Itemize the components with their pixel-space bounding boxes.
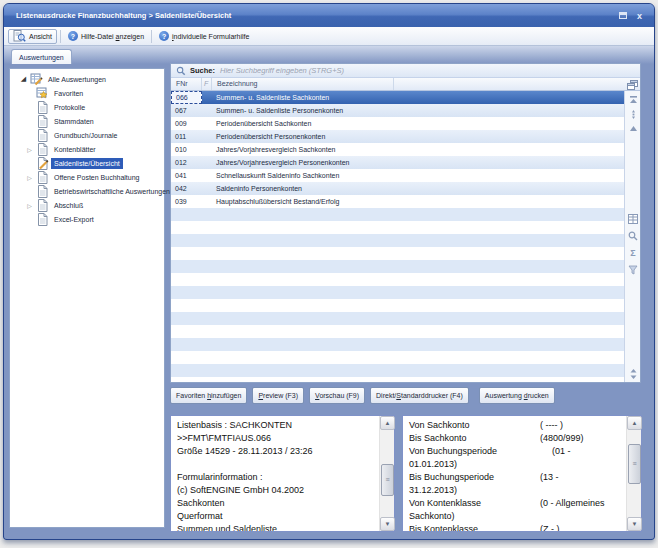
window-title: Listenausdrucke Finanzbuchhaltung > Sald… <box>16 11 231 20</box>
tree-item[interactable]: Favoriten <box>10 86 164 100</box>
tree-item[interactable]: Excel-Export <box>10 212 164 226</box>
cell-bezeichnung: Summen- u. Saldenliste Personenkonten <box>212 104 394 117</box>
expand-icon[interactable] <box>25 146 34 153</box>
scroll-top-icon[interactable] <box>627 94 639 106</box>
table-row[interactable]: 042 Saldeninfo Personenkonten <box>171 182 626 195</box>
cell-fnr: 010 <box>171 143 202 156</box>
individuelle-formularhilfe-button[interactable]: ? individuelle Formularhilfe <box>155 29 253 44</box>
search-bar[interactable]: Suche: Hier Suchbegriff eingeben (STRG+S… <box>171 64 640 78</box>
expand-icon[interactable] <box>25 202 34 209</box>
tree-item-label: Abschluß <box>51 200 86 211</box>
cell-fnr: 009 <box>171 117 202 130</box>
toolbar-separator <box>151 30 152 43</box>
help-icon: ? <box>68 31 78 41</box>
info-line: Formularinformation : <box>177 471 379 484</box>
expand-icon[interactable] <box>19 75 28 83</box>
tree-item-icon <box>36 199 49 212</box>
scroll-down-button[interactable]: ▼ <box>380 517 395 531</box>
cell-f <box>202 117 212 130</box>
close-button[interactable]: x <box>633 10 646 22</box>
tree-item-icon <box>36 157 49 170</box>
expand-icon[interactable] <box>25 174 34 181</box>
cell-empty <box>394 104 626 117</box>
tree-item[interactable]: Grundbuch/Journale <box>10 128 164 142</box>
scroll-up-button[interactable]: ▲ <box>627 416 642 430</box>
cell-f <box>202 195 212 208</box>
tree-item[interactable]: Offene Posten Buchhaltung <box>10 170 164 184</box>
cards-icon[interactable] <box>627 213 639 225</box>
ansicht-button[interactable]: Ansicht <box>8 29 57 44</box>
table-row[interactable]: 010 Jahres/Vorjahresvergleich Sachkonten <box>171 143 626 156</box>
parameter-line: Von Buchungsperiode (01 - <box>409 445 626 458</box>
tree-item[interactable]: Saldenliste/Übersicht <box>10 156 164 170</box>
tree-item-label: Kontenblätter <box>51 144 99 155</box>
tree-item-label: Stammdaten <box>51 116 97 127</box>
restore-icon <box>619 12 627 19</box>
tree-item-label: Saldenliste/Übersicht <box>51 158 123 169</box>
tree-item[interactable]: Betriebswirtschaftliche Auswertungen <box>10 184 164 198</box>
grid-side-strip: Σ <box>624 91 640 382</box>
action-button[interactable]: Preview (F3) <box>252 387 304 404</box>
app-window: Listenausdrucke Finanzbuchhaltung > Sald… <box>3 3 655 540</box>
scrollbar-thumb[interactable] <box>381 464 394 496</box>
table-row[interactable]: 067 Summen- u. Saldenliste Personenkonte… <box>171 104 626 117</box>
tree-item[interactable]: Alle Auswertungen <box>10 72 164 86</box>
tree-item-label: Grundbuch/Journale <box>51 130 120 141</box>
scroll-down-button[interactable]: ▼ <box>627 517 642 531</box>
hilfe-datei-anzeigen-button[interactable]: ? Hilfe-Datei anzeigen <box>64 29 148 44</box>
table-row[interactable]: 066 Summen- u. Saldenliste Sachkonten <box>171 91 626 104</box>
parameter-line: Von Sachkonto ( ---- ) <box>409 419 626 432</box>
column-header-fnr[interactable]: FNr <box>171 78 202 90</box>
parameter-label: Bis Kontenklasse <box>409 523 478 531</box>
tree-item[interactable]: Abschluß <box>10 198 164 212</box>
tree-item-icon <box>36 185 49 198</box>
form-info-scrollbar[interactable]: ▲ ▼ <box>379 416 394 531</box>
tree-panel: Alle Auswertungen Favoriten <box>9 68 165 528</box>
toolbar: Ansicht ? Hilfe-Datei anzeigen ? individ… <box>4 27 654 46</box>
table-row[interactable]: 039 Hauptabschlußübersicht Bestand/Erfol… <box>171 195 626 208</box>
action-button[interactable]: Auswertung drucken <box>479 387 555 404</box>
form-info-panel: Listenbasis : SACHKONTEN>>FMT\FMTFIAUS.0… <box>170 415 395 532</box>
parameter-value: (4800/999) <box>540 432 584 445</box>
parameter-line: Bis Sachkonto (4800/999) <box>409 432 626 445</box>
zoom-icon[interactable] <box>627 230 639 242</box>
parameters-panel: Von Sachkonto ( ---- ) Bis Sachkonto (48… <box>402 415 642 532</box>
scrollbar-thumb[interactable] <box>628 444 641 484</box>
tree-item-label: Favoriten <box>51 88 86 99</box>
table-row[interactable]: 012 Jahres/Vorjahresvergleich Personenko… <box>171 156 626 169</box>
scroll-up-button[interactable]: ▲ <box>380 416 395 430</box>
tree-item[interactable]: Stammdaten <box>10 114 164 128</box>
updown-icon[interactable] <box>627 368 639 380</box>
cell-f <box>202 156 212 169</box>
info-line: Summen und Saldenliste <box>177 523 379 531</box>
scroll-center-icon[interactable] <box>627 108 639 120</box>
tab-strip: Auswertungen <box>4 46 654 64</box>
scroll-up-icon[interactable] <box>627 122 639 134</box>
cell-fnr: 067 <box>171 104 202 117</box>
title-bar: Listenausdrucke Finanzbuchhaltung > Sald… <box>4 4 654 27</box>
action-button[interactable]: Direkt/Standarddrucker (F4) <box>370 387 469 404</box>
table-row[interactable]: 009 Periodenübersicht Sachkonten <box>171 117 626 130</box>
cell-empty <box>394 169 626 182</box>
table-row[interactable]: 011 Periodenübersicht Personenkonten <box>171 130 626 143</box>
action-button[interactable]: Vorschau (F9) <box>309 387 365 404</box>
cell-empty <box>394 156 626 169</box>
search-input[interactable]: Hier Suchbegriff eingeben (STRG+S) <box>220 66 344 75</box>
column-header-f[interactable]: F <box>202 78 212 90</box>
tree-item-label: Betriebswirtschaftliche Auswertungen <box>51 186 173 197</box>
table-row[interactable]: 041 Schnellauskunft Saldeninfo Sachkonte… <box>171 169 626 182</box>
grid-header: FNr F Bezeichnung <box>171 78 640 91</box>
tree-item[interactable]: Protokolle <box>10 100 164 114</box>
restore-button[interactable] <box>616 10 629 22</box>
parameter-line: 01.01.2013) <box>409 458 626 471</box>
tab-auswertungen[interactable]: Auswertungen <box>11 49 72 64</box>
column-header-bezeichnung[interactable]: Bezeichnung <box>212 78 394 90</box>
tree-item[interactable]: Kontenblätter <box>10 142 164 156</box>
action-button[interactable]: Favoriten hinzufügen <box>170 387 247 404</box>
column-chooser-icon[interactable] <box>626 79 639 90</box>
tree-item-label: Offene Posten Buchhaltung <box>51 172 143 183</box>
cell-fnr: 066 <box>171 91 202 104</box>
sum-icon[interactable]: Σ <box>627 247 639 259</box>
parameters-scrollbar[interactable]: ▲ ▼ <box>626 416 641 531</box>
filter-icon[interactable] <box>627 264 639 276</box>
